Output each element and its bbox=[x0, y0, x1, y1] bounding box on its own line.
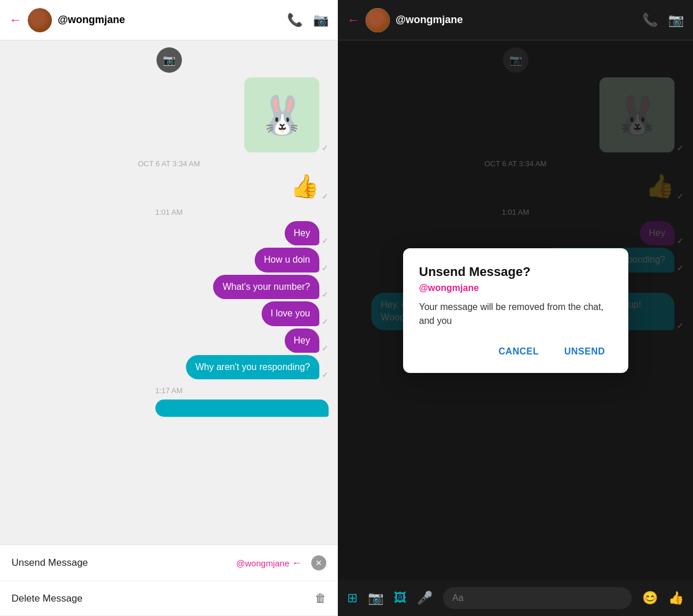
thumb-up-icon: 👍 bbox=[290, 173, 319, 200]
right-username-label: @wongmjane bbox=[396, 14, 642, 26]
timestamp-117: 1:17 AM bbox=[9, 386, 329, 395]
video-icon[interactable]: 📷 bbox=[313, 13, 329, 28]
sticker-figure: 🐰 bbox=[259, 96, 305, 134]
emoji-icon[interactable]: 😊 bbox=[642, 591, 658, 606]
left-chat-area: 📷 🐰 ✓ OCT 6 AT 3:34 AM 👍 ✓ 1:01 AM Hey ✓… bbox=[0, 40, 338, 544]
sticker-area: 🐰 ✓ bbox=[9, 77, 329, 152]
left-panel: ← @wongmjane 📞 📷 📷 🐰 ✓ OCT 6 AT 3:34 AM … bbox=[0, 0, 338, 616]
message-row: How u doin ✓ bbox=[9, 248, 329, 272]
trash-icon: 🗑 bbox=[315, 592, 326, 605]
right-back-button[interactable]: ← bbox=[347, 13, 360, 28]
modal-overlay: Unsend Message? @wongmjane Your message … bbox=[338, 40, 693, 580]
bubble-how[interactable]: How u doin bbox=[255, 248, 319, 272]
check-hey2: ✓ bbox=[322, 344, 329, 353]
delete-message-item[interactable]: Delete Message 🗑 bbox=[0, 581, 338, 616]
photo-icon[interactable]: 🖼 bbox=[394, 591, 407, 606]
right-chat-header: ← @wongmjane 📞 📷 bbox=[338, 0, 693, 40]
check-icon: ✓ bbox=[322, 143, 329, 152]
message-row-partial bbox=[9, 400, 329, 417]
message-row: I love you ✓ bbox=[9, 301, 329, 326]
unsend-label: Unsend Message bbox=[12, 557, 232, 569]
thumb-bar-icon[interactable]: 👍 bbox=[668, 591, 684, 606]
bubble-num[interactable]: What's your number? bbox=[213, 275, 319, 299]
grid-icon[interactable]: ⊞ bbox=[347, 591, 357, 606]
right-phone-icon[interactable]: 📞 bbox=[642, 13, 658, 28]
back-button[interactable]: ← bbox=[9, 13, 22, 28]
check-love: ✓ bbox=[322, 317, 329, 326]
modal-actions: CANCEL UNSEND bbox=[419, 342, 612, 361]
bubble-hey1[interactable]: Hey bbox=[285, 221, 319, 245]
message-row: Why aren't you responding? ✓ bbox=[9, 355, 329, 379]
right-chat-area: 📷 🐰 ✓ OCT 6 AT 3:34 AM 👍 ✓ 1:01 AM Hey ✓… bbox=[338, 40, 693, 580]
message-row: What's your number? ✓ bbox=[9, 275, 329, 299]
right-avatar bbox=[366, 8, 390, 32]
username-label: @wongmjane bbox=[58, 14, 287, 26]
thumbs-up-row: 👍 ✓ bbox=[9, 173, 329, 201]
delete-label: Delete Message bbox=[12, 593, 315, 604]
close-circle-button[interactable]: ✕ bbox=[311, 555, 326, 570]
bottom-action-sheet: Unsend Message @wongmjane ← ✕ Delete Mes… bbox=[0, 544, 338, 616]
modal-username: @wongmjane bbox=[419, 283, 612, 293]
check-hey1: ✓ bbox=[322, 236, 329, 245]
arrow-left-icon: ← bbox=[292, 557, 302, 569]
right-video-icon[interactable]: 📷 bbox=[668, 13, 684, 28]
camera-button[interactable]: 📷 bbox=[157, 47, 182, 73]
message-row: Hey ✓ bbox=[9, 328, 329, 353]
mic-icon[interactable]: 🎤 bbox=[417, 591, 433, 606]
avatar bbox=[28, 8, 52, 32]
message-row: Hey ✓ bbox=[9, 221, 329, 245]
header-icons: 📞 📷 bbox=[287, 13, 329, 28]
check-why: ✓ bbox=[322, 370, 329, 379]
camera-bar-icon[interactable]: 📷 bbox=[368, 591, 383, 606]
cancel-button[interactable]: CANCEL bbox=[491, 342, 546, 361]
timestamp-101: 1:01 AM bbox=[9, 208, 329, 216]
left-chat-header: ← @wongmjane 📞 📷 bbox=[0, 0, 338, 40]
unsend-button[interactable]: UNSEND bbox=[557, 342, 612, 361]
check-how: ✓ bbox=[322, 263, 329, 272]
modal-body: Your message will be removed from the ch… bbox=[419, 300, 612, 328]
check-num: ✓ bbox=[322, 290, 329, 299]
timestamp-oct6: OCT 6 AT 3:34 AM bbox=[9, 159, 329, 168]
right-header-icons: 📞 📷 bbox=[642, 13, 684, 28]
phone-icon[interactable]: 📞 bbox=[287, 13, 303, 28]
right-panel: ← @wongmjane 📞 📷 📷 🐰 ✓ OCT 6 AT 3:34 AM … bbox=[338, 0, 693, 616]
unsend-message-item[interactable]: Unsend Message @wongmjane ← ✕ bbox=[0, 545, 338, 581]
bubble-why[interactable]: Why aren't you responding? bbox=[186, 355, 319, 379]
bubble-love[interactable]: I love you bbox=[262, 301, 319, 326]
bottom-bar: ⊞ 📷 🖼 🎤 😊 👍 bbox=[338, 580, 693, 616]
check-icon-thumb: ✓ bbox=[322, 192, 329, 201]
unsend-modal: Unsend Message? @wongmjane Your message … bbox=[403, 248, 628, 373]
message-input[interactable] bbox=[443, 587, 632, 609]
unsend-tag: @wongmjane bbox=[236, 558, 289, 568]
modal-title: Unsend Message? bbox=[419, 264, 612, 279]
sticker: 🐰 bbox=[244, 77, 319, 152]
bubble-hey2[interactable]: Hey bbox=[285, 328, 319, 353]
bubble-partial bbox=[155, 400, 329, 417]
